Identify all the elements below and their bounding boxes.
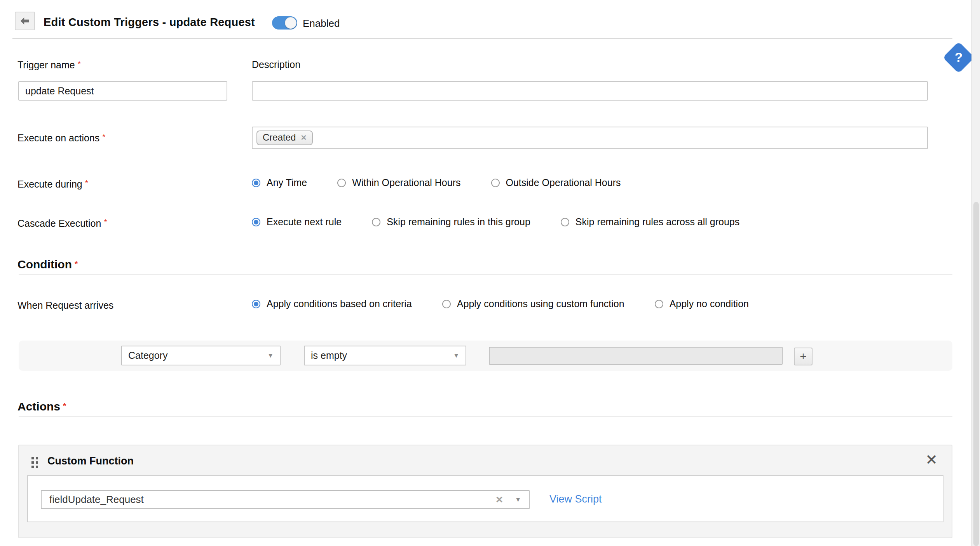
help-button[interactable]: ? xyxy=(943,42,975,73)
radio-outside-operational-hours[interactable]: Outside Operational Hours xyxy=(491,177,621,188)
when-request-arrives-label: When Request arrives xyxy=(17,300,113,311)
required-asterisk: * xyxy=(102,132,105,141)
required-asterisk: * xyxy=(104,217,107,226)
required-asterisk: * xyxy=(85,178,88,187)
trigger-name-input[interactable] xyxy=(18,81,227,101)
clear-icon[interactable]: ✕ xyxy=(495,494,503,505)
actions-heading: Actions* xyxy=(17,400,66,413)
condition-mode-radio-group: Apply conditions based on criteria Apply… xyxy=(252,298,749,310)
back-button[interactable] xyxy=(15,12,35,30)
radio-icon xyxy=(491,179,500,187)
radio-icon xyxy=(561,218,569,226)
radio-within-operational-hours[interactable]: Within Operational Hours xyxy=(337,177,460,188)
chevron-down-icon: ▼ xyxy=(267,352,274,359)
custom-function-value: fieldUpdate_Request xyxy=(49,494,144,506)
edit-custom-triggers-page: Edit Custom Triggers - update Request En… xyxy=(0,0,980,546)
criteria-field-select[interactable]: Category ▼ xyxy=(121,346,281,365)
radio-icon xyxy=(442,300,451,308)
criteria-field-value: Category xyxy=(128,350,167,361)
chip-remove-icon[interactable]: ✕ xyxy=(300,133,307,142)
plus-icon: + xyxy=(800,350,807,363)
custom-function-panel: fieldUpdate_Request ✕ ▼ View Script xyxy=(27,475,943,522)
criteria-row: Category ▼ is empty ▼ + xyxy=(19,341,952,371)
select-icons: ✕ ▼ xyxy=(495,494,521,505)
drag-handle-icon[interactable] xyxy=(31,457,38,468)
required-asterisk: * xyxy=(75,259,78,268)
radio-icon xyxy=(655,300,663,308)
scrollbar-track xyxy=(971,0,980,546)
radio-icon xyxy=(337,179,346,187)
cascade-execution-label: Cascade Execution* xyxy=(17,217,107,229)
chip-label: Created xyxy=(263,132,296,143)
radio-icon xyxy=(372,218,380,226)
custom-function-card: Custom Function ✕ fieldUpdate_Request ✕ … xyxy=(18,445,952,538)
execute-during-radio-group: Any Time Within Operational Hours Outsid… xyxy=(252,177,621,188)
description-label: Description xyxy=(252,59,300,70)
action-card-title: Custom Function xyxy=(47,455,134,467)
radio-icon xyxy=(252,300,260,308)
required-asterisk: * xyxy=(63,401,66,410)
criteria-operator-value: is empty xyxy=(311,350,347,361)
required-asterisk: * xyxy=(78,59,81,68)
enabled-toggle-label: Enabled xyxy=(303,17,340,30)
radio-execute-next-rule[interactable]: Execute next rule xyxy=(252,216,342,228)
chevron-down-icon[interactable]: ▼ xyxy=(515,496,521,503)
actions-divider xyxy=(19,416,952,417)
condition-divider xyxy=(19,274,952,275)
radio-icon xyxy=(252,218,260,226)
cascade-execution-radio-group: Execute next rule Skip remaining rules i… xyxy=(252,216,739,228)
chevron-down-icon: ▼ xyxy=(453,352,459,359)
back-arrow-icon xyxy=(19,16,30,26)
radio-skip-rules-this-group[interactable]: Skip remaining rules in this group xyxy=(372,216,530,228)
question-mark-icon: ? xyxy=(955,50,963,65)
radio-skip-rules-all-groups[interactable]: Skip remaining rules across all groups xyxy=(561,216,739,228)
view-script-link[interactable]: View Script xyxy=(549,493,602,505)
execute-on-actions-multiselect[interactable]: Created ✕ xyxy=(252,127,928,149)
radio-apply-conditions-custom-function[interactable]: Apply conditions using custom function xyxy=(442,298,624,310)
header-divider xyxy=(12,38,952,39)
radio-icon xyxy=(252,179,260,187)
condition-heading: Condition* xyxy=(17,258,78,271)
execute-on-actions-label: Execute on actions* xyxy=(17,132,105,144)
scrollbar-thumb[interactable] xyxy=(973,202,979,546)
selected-action-chip: Created ✕ xyxy=(256,130,313,145)
radio-apply-conditions-criteria[interactable]: Apply conditions based on criteria xyxy=(252,298,412,310)
add-criteria-button[interactable]: + xyxy=(794,348,813,365)
close-icon[interactable]: ✕ xyxy=(925,452,938,467)
criteria-value-input-disabled xyxy=(489,347,783,365)
page-title: Edit Custom Triggers - update Request xyxy=(44,16,255,29)
execute-during-label: Execute during* xyxy=(17,178,88,190)
trigger-name-label: Trigger name* xyxy=(17,59,81,71)
toggle-knob xyxy=(285,17,296,29)
custom-function-select[interactable]: fieldUpdate_Request ✕ ▼ xyxy=(41,490,530,509)
criteria-operator-select[interactable]: is empty ▼ xyxy=(304,346,466,365)
enabled-toggle[interactable] xyxy=(272,16,297,30)
description-input[interactable] xyxy=(252,81,928,101)
radio-apply-no-condition[interactable]: Apply no condition xyxy=(655,298,749,310)
radio-any-time[interactable]: Any Time xyxy=(252,177,307,188)
